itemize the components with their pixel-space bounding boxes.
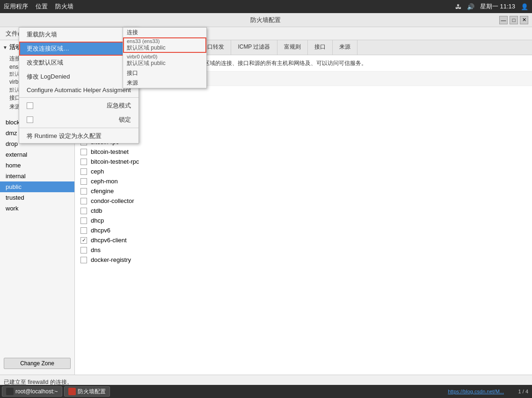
dropdown-separator xyxy=(19,97,138,98)
list-item[interactable]: amanda-client xyxy=(75,88,532,98)
options-dropdown: 重载防火墙 更改连接区域… ▶ 改变默认区域 修改 LogDenied Conf… xyxy=(19,27,139,144)
service-label: dhcp xyxy=(91,217,104,224)
taskbar-pages: 1 / 4 xyxy=(518,389,528,394)
submenu-virbr0-sublabel: 默认区域 public xyxy=(127,59,203,67)
zone-home[interactable]: home xyxy=(0,160,74,171)
list-item[interactable]: bitcoin-testnet-rpc xyxy=(75,157,532,166)
zone-internal[interactable]: internal xyxy=(0,171,74,181)
dropdown-auto-helper[interactable]: Configure Automatic Helper Assigment xyxy=(19,84,138,96)
service-checkbox-bitcoin-testnet-rpc[interactable] xyxy=(80,159,87,165)
service-label: ctdb xyxy=(91,207,102,214)
submenu-ens33-sublabel: 默认区域 public xyxy=(127,44,203,52)
dropdown-lockdown-label: 锁定 xyxy=(119,116,131,124)
submenu-source-header: 来源 xyxy=(123,78,206,88)
close-button[interactable]: ✕ xyxy=(520,16,528,24)
service-label: dhcpv6-client xyxy=(91,237,127,244)
tab-sources[interactable]: 来源 xyxy=(333,40,357,55)
zone-work[interactable]: work xyxy=(0,203,74,214)
dropdown-runtime-perm[interactable]: 将 Runtime 设定为永久配置 xyxy=(19,129,138,143)
minimize-button[interactable]: — xyxy=(499,16,508,24)
position-menu-item[interactable]: 位置 xyxy=(36,2,48,11)
submenu-virbr0-label: virbr0 (virbr0) xyxy=(127,54,203,59)
service-label: dns xyxy=(91,246,101,253)
datetime: 星期一 11:13 xyxy=(480,2,515,11)
service-checkbox-ceph-mon[interactable] xyxy=(80,178,87,185)
dropdown-default-zone[interactable]: 改变默认区域 xyxy=(19,56,138,70)
dropdown-emergency-label: 应急模式 xyxy=(107,101,131,110)
service-checkbox-condor[interactable] xyxy=(80,198,87,204)
submenu-ens33-label: ens33 (ens33) xyxy=(127,38,203,44)
section-toggle-icon[interactable]: ▼ xyxy=(3,45,7,50)
top-taskbar-left: 应用程序 位置 防火墙 xyxy=(4,2,73,11)
taskbar-terminal-label: root@localhost:~ xyxy=(15,388,58,395)
list-item[interactable]: bitcoin xyxy=(75,127,532,137)
maximize-button[interactable]: □ xyxy=(510,16,518,24)
service-label: condor-collector xyxy=(91,197,134,204)
dropdown-reload[interactable]: 重载防火墙 xyxy=(19,28,138,42)
list-item[interactable]: dhcpv6-client xyxy=(75,235,532,245)
dropdown-log-denied[interactable]: 修改 LogDenied xyxy=(19,70,138,84)
service-checkbox-dhcpv6[interactable] xyxy=(80,227,87,234)
list-item[interactable]: bitcoin-rpc xyxy=(75,137,532,147)
taskbar-terminal[interactable]: root@localhost:~ xyxy=(2,386,62,397)
zone-trusted[interactable]: trusted xyxy=(0,192,74,203)
window-title: 防火墙配置 xyxy=(32,16,499,24)
dropdown-change-zone[interactable]: 更改连接区域… ▶ xyxy=(19,42,138,56)
list-item[interactable]: docker-registry xyxy=(75,255,532,265)
service-checkbox-dhcp[interactable] xyxy=(80,217,87,224)
service-checkbox-ctdb[interactable] xyxy=(80,208,87,214)
submenu-virbr0[interactable]: virbr0 (virbr0) 默认区域 public xyxy=(123,53,206,68)
list-item[interactable]: amanda-k5-client xyxy=(75,98,532,108)
list-item[interactable]: bitcoin-testnet xyxy=(75,147,532,157)
firewall-icon xyxy=(68,388,76,395)
service-checkbox-cfengine[interactable] xyxy=(80,188,87,195)
list-item[interactable]: condor-collector xyxy=(75,196,532,206)
list-item[interactable]: dhcpv6 xyxy=(75,225,532,235)
title-bar: 防火墙配置 — □ ✕ xyxy=(0,13,532,27)
list-item[interactable]: bacula-client xyxy=(75,117,532,127)
firewall-menu-item[interactable]: 防火墙 xyxy=(55,2,73,11)
service-label: bitcoin-testnet xyxy=(91,148,129,155)
service-checkbox-dns[interactable] xyxy=(80,247,87,253)
change-zone-button[interactable]: Change Zone xyxy=(4,358,71,369)
list-item[interactable]: bacula xyxy=(75,108,532,117)
list-item[interactable]: dns xyxy=(75,245,532,255)
dropdown-separator2 xyxy=(19,128,138,128)
dropdown-emergency[interactable]: 应急模式 xyxy=(19,99,138,113)
app-menu-item[interactable]: 应用程序 xyxy=(4,2,28,11)
list-item[interactable]: cfengine xyxy=(75,186,532,196)
list-item[interactable]: dhcp xyxy=(75,216,532,225)
connection-submenu: 连接 ens33 (ens33) 默认区域 public virbr0 (vir… xyxy=(123,27,207,88)
submenu-connections-header: 连接 xyxy=(123,28,206,37)
dropdown-lockdown[interactable]: 锁定 xyxy=(19,113,138,127)
tab-rich-rules[interactable]: 富规则 xyxy=(277,40,308,55)
tab-interfaces[interactable]: 接口 xyxy=(308,40,333,55)
zone-public[interactable]: public xyxy=(0,181,74,192)
service-checkbox-bitcoin-testnet[interactable] xyxy=(80,149,87,155)
top-taskbar-right: 🖧 🔊 星期一 11:13 👤 xyxy=(455,2,528,11)
network-icon: 🖧 xyxy=(455,3,461,10)
list-item[interactable]: ctdb xyxy=(75,206,532,216)
user-icon: 👤 xyxy=(521,3,528,10)
service-label: ceph xyxy=(91,168,104,175)
taskbar-link[interactable]: https://blog.csdn.net/M... xyxy=(448,389,504,394)
submenu-interface-header: 接口 xyxy=(123,68,206,78)
service-checkbox-ceph[interactable] xyxy=(80,168,87,175)
dropdown-change-zone-label: 更改连接区域… xyxy=(27,44,69,53)
top-taskbar: 应用程序 位置 防火墙 🖧 🔊 星期一 11:13 👤 xyxy=(0,0,532,13)
service-checkbox-docker[interactable] xyxy=(80,257,87,263)
service-label: dhcpv6 xyxy=(91,227,110,234)
tab-icmp-filter[interactable]: ICMP 过滤器 xyxy=(231,40,277,55)
taskbar-firewall[interactable]: 防火墙配置 xyxy=(64,386,110,397)
services-list: amanda-client amanda-k5-client bacula ba… xyxy=(75,86,532,375)
service-label: cfengine xyxy=(91,188,114,195)
volume-icon: 🔊 xyxy=(467,3,474,10)
right-content: 服务 协议 Source Ports 伪装 端口转发 ICMP 过滤器 富规则 … xyxy=(75,40,532,375)
list-item[interactable]: ceph xyxy=(75,166,532,176)
list-item[interactable]: ceph-mon xyxy=(75,176,532,186)
terminal-icon xyxy=(6,388,14,395)
taskbar-firewall-label: 防火墙配置 xyxy=(78,388,106,396)
zone-external[interactable]: external xyxy=(0,149,74,160)
service-checkbox-dhcpv6-client[interactable] xyxy=(80,237,87,244)
submenu-ens33[interactable]: ens33 (ens33) 默认区域 public xyxy=(123,37,206,53)
